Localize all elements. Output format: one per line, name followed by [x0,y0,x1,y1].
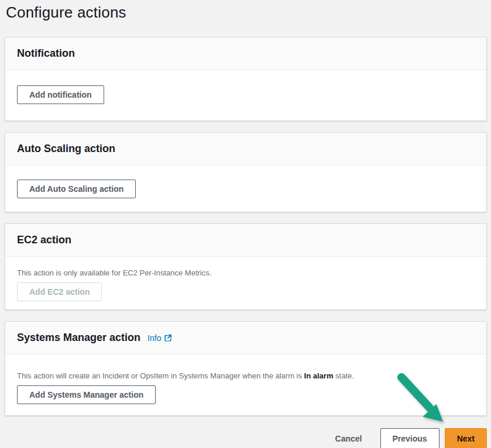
note-suffix: state. [333,371,353,380]
panel-systems-manager: Systems Manager action Info This action … [5,321,487,416]
panel-notification-body: Add notification [5,70,486,120]
panel-notification: Notification Add notification [5,37,487,121]
panel-ec2-header: EC2 action [5,224,486,257]
previous-button[interactable]: Previous [380,428,440,448]
note-prefix: This action will create an Incident or O… [17,371,304,380]
external-link-icon [164,334,172,342]
info-link-label: Info [147,333,161,343]
note-alarm-state: In alarm [304,371,334,380]
panel-ec2-body: This action is only available for EC2 Pe… [5,257,486,309]
cancel-button[interactable]: Cancel [335,434,362,443]
panel-auto-scaling: Auto Scaling action Add Auto Scaling act… [5,132,487,212]
ec2-availability-note: This action is only available for EC2 Pe… [17,268,475,277]
panel-notification-title: Notification [17,47,75,60]
add-systems-manager-action-button[interactable]: Add Systems Manager action [17,385,156,404]
info-link[interactable]: Info [147,333,172,343]
panel-auto-scaling-body: Add Auto Scaling action [5,166,486,212]
panel-systems-manager-header: Systems Manager action Info [5,322,486,354]
panel-notification-header: Notification [5,37,486,70]
panel-systems-manager-title: Systems Manager action [17,332,140,344]
page-title: Configure actions [6,4,487,22]
wizard-footer: Cancel Previous Next [5,428,487,448]
next-button[interactable]: Next [445,428,487,448]
add-ec2-action-button[interactable]: Add EC2 action [17,282,102,301]
configure-actions-page: Configure actions Notification Add notif… [0,4,491,448]
panel-auto-scaling-header: Auto Scaling action [5,133,486,166]
systems-manager-note: This action will create an Incident or O… [17,371,475,380]
add-notification-button[interactable]: Add notification [17,85,104,104]
panel-ec2: EC2 action This action is only available… [5,223,487,310]
add-auto-scaling-action-button[interactable]: Add Auto Scaling action [17,180,136,198]
panel-ec2-title: EC2 action [17,234,71,246]
panel-systems-manager-body: This action will create an Incident or O… [5,354,486,415]
panel-auto-scaling-title: Auto Scaling action [17,143,115,155]
